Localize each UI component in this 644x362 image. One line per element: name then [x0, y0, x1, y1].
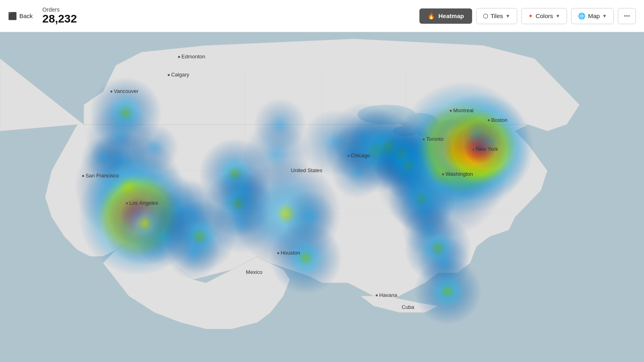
orders-label: Orders — [42, 6, 77, 13]
map-button[interactable]: 🌐 Map ▼ — [571, 8, 614, 24]
colors-icon: ✦ — [528, 12, 533, 20]
map-container[interactable] — [0, 32, 644, 362]
header: ⬛ Back Orders 28,232 🔥 Heatmap ⬡ Tiles ▼… — [0, 0, 644, 32]
more-icon: ··· — [624, 12, 630, 20]
tiles-button[interactable]: ⬡ Tiles ▼ — [476, 8, 517, 24]
tiles-label: Tiles — [491, 12, 503, 19]
colors-label: Colors — [536, 12, 553, 19]
toolbar: 🔥 Heatmap ⬡ Tiles ▼ ✦ Colors ▼ 🌐 Map ▼ ·… — [419, 8, 636, 24]
heatmap-button[interactable]: 🔥 Heatmap — [419, 8, 472, 24]
back-icon: ⬛ — [8, 12, 17, 21]
colors-button[interactable]: ✦ Colors ▼ — [521, 8, 567, 24]
tiles-caret-icon: ▼ — [506, 13, 510, 19]
heatmap-label: Heatmap — [438, 12, 464, 19]
back-button[interactable]: ⬛ Back — [8, 12, 33, 21]
map-label: Map — [588, 12, 600, 19]
colors-caret-icon: ▼ — [555, 13, 560, 19]
map-icon: 🌐 — [578, 12, 586, 20]
title-block: Orders 28,232 — [42, 6, 77, 25]
map-caret-icon: ▼ — [602, 13, 607, 19]
more-button[interactable]: ··· — [618, 8, 636, 24]
heatmap-canvas — [0, 32, 644, 362]
tiles-icon: ⬡ — [483, 12, 488, 20]
back-label: Back — [19, 12, 33, 19]
heatmap-icon: 🔥 — [427, 12, 435, 20]
orders-count: 28,232 — [42, 13, 77, 25]
